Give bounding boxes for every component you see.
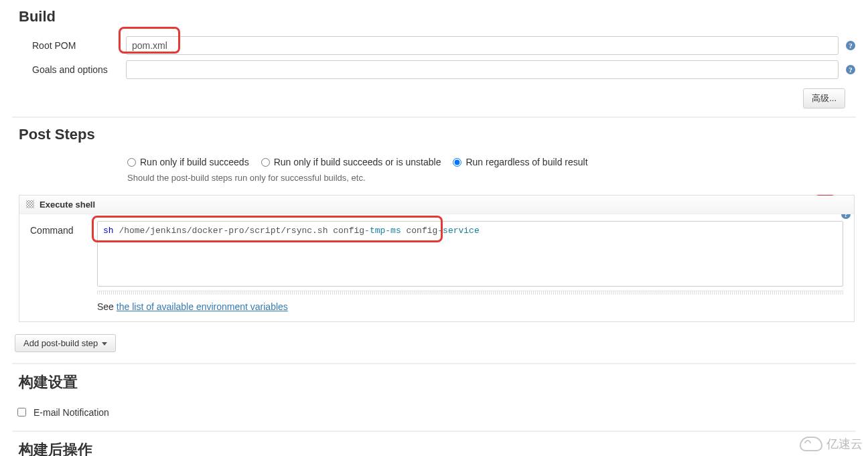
- help-icon[interactable]: ?: [845, 64, 856, 75]
- divider: [12, 431, 856, 432]
- add-post-build-step-button[interactable]: Add post-build step: [15, 334, 116, 352]
- command-textarea[interactable]: sh /home/jenkins/docker-pro/script/rsync…: [97, 221, 843, 287]
- step-header: Execute shell: [19, 196, 854, 214]
- section-title-post-build-actions: 构建后操作: [19, 440, 868, 456]
- env-vars-link[interactable]: the list of available environment variab…: [117, 301, 288, 312]
- radio-unstable-label: Run only if build succeeds or is unstabl…: [274, 157, 441, 167]
- goals-input[interactable]: [126, 60, 839, 79]
- radio-regardless-label: Run regardless of build result: [465, 157, 587, 167]
- radio-regardless[interactable]: Run regardless of build result: [453, 157, 587, 167]
- step-title: Execute shell: [40, 200, 95, 210]
- root-pom-input[interactable]: [126, 36, 839, 55]
- help-icon[interactable]: ?: [845, 40, 856, 51]
- email-notification-checkbox[interactable]: [17, 408, 26, 416]
- env-vars-row: See the list of available environment va…: [19, 295, 854, 321]
- divider: [12, 117, 856, 118]
- drag-handle-icon[interactable]: [26, 200, 34, 208]
- see-prefix: See: [97, 301, 117, 312]
- radio-regardless-input[interactable]: [453, 158, 461, 167]
- radio-succeeds[interactable]: Run only if build succeeds: [127, 157, 249, 167]
- advanced-button[interactable]: 高级...: [803, 88, 845, 108]
- radio-succeeds-input[interactable]: [127, 158, 136, 167]
- radio-unstable-input[interactable]: [261, 158, 270, 167]
- section-title-build-settings: 构建设置: [19, 372, 868, 392]
- radio-unstable[interactable]: Run only if build succeeds or is unstabl…: [261, 157, 441, 167]
- email-notification-row: E-mail Notification: [0, 400, 868, 431]
- row-goals: Goals and options ?: [0, 58, 868, 82]
- email-notification-label: E-mail Notification: [33, 407, 109, 418]
- label-goals: Goals and options: [32, 64, 126, 75]
- svg-text:?: ?: [849, 42, 853, 50]
- section-title-post-steps: Post Steps: [19, 126, 868, 143]
- add-post-build-step-row: Add post-build step: [0, 329, 868, 363]
- radio-succeeds-label: Run only if build succeeds: [140, 157, 249, 167]
- execute-shell-block: X ? Execute shell Command sh /home/jenki…: [19, 195, 855, 322]
- divider: [12, 363, 856, 364]
- command-label: Command: [30, 221, 97, 287]
- section-title-build: Build: [19, 8, 868, 25]
- advanced-row: 高级...: [0, 82, 868, 117]
- svg-text:?: ?: [849, 66, 853, 74]
- post-steps-radio-row: Run only if build succeeds Run only if b…: [0, 151, 868, 170]
- post-steps-hint: Should the post-build steps run only for…: [0, 170, 868, 195]
- row-root-pom: Root POM ?: [0, 33, 868, 58]
- label-root-pom: Root POM: [32, 40, 126, 51]
- command-row: Command sh /home/jenkins/docker-pro/scri…: [19, 214, 854, 291]
